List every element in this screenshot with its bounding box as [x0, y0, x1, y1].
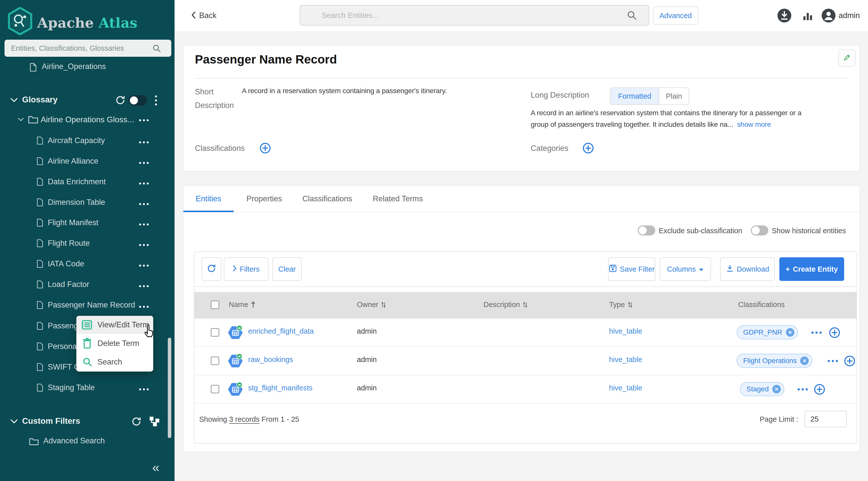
entity-name-link[interactable]: stg_flight_manifests [248, 384, 312, 392]
back-button[interactable]: Back [191, 11, 217, 20]
term-row-passenger-name-record[interactable]: Passenger Name Record [0, 300, 175, 311]
row-ellipsis-menu-icon[interactable] [827, 359, 838, 363]
page-limit-label: Page Limit : [760, 415, 798, 423]
glossary-refresh-icon[interactable] [115, 95, 126, 106]
glossary-term-category-toggle[interactable] [129, 95, 147, 106]
sidebar-item-advanced-search[interactable]: Advanced Search [29, 436, 105, 445]
row-checkbox[interactable] [211, 356, 219, 365]
entity-search-icon[interactable] [627, 10, 637, 22]
term-row[interactable]: Dimension Table [0, 197, 175, 209]
type-link[interactable]: hive_table [609, 355, 642, 364]
tab-entities[interactable]: Entities [183, 186, 234, 212]
column-header-description[interactable]: Description [484, 300, 528, 309]
apache-atlas-app: Apache Atlas Airline_Operations Glossary… [0, 0, 868, 481]
type-link[interactable]: hive_table [609, 327, 642, 335]
remove-classification-icon[interactable]: × [786, 328, 795, 336]
glossary-collapse-chevron-icon[interactable] [10, 98, 18, 103]
glossary-root-label[interactable]: Airline Operations Gloss... [41, 115, 134, 124]
save-filter-button[interactable]: Save Filter [608, 257, 655, 281]
add-classification-icon[interactable] [844, 355, 856, 368]
edit-term-button[interactable] [838, 50, 856, 67]
hierarchy-icon[interactable] [149, 416, 160, 428]
clear-filters-button[interactable]: Clear [273, 257, 302, 281]
row-checkbox[interactable] [211, 328, 219, 336]
filters-button[interactable]: Filters [224, 257, 269, 281]
create-entity-button[interactable]: + Create Entity [779, 257, 844, 281]
username-label[interactable]: admin [839, 11, 860, 20]
sidebar-collapse-icon[interactable]: « [152, 460, 159, 475]
term-row[interactable]: IATA Code [0, 259, 175, 270]
classification-pill[interactable]: Flight Operations× [737, 354, 812, 368]
remove-classification-icon[interactable]: × [772, 385, 781, 393]
term-row[interactable]: Airline Alliance [0, 156, 175, 167]
show-more-link[interactable]: show more [737, 121, 771, 128]
columns-button[interactable]: Columns [660, 257, 711, 281]
glossary-kebab-menu-icon[interactable] [155, 95, 157, 107]
topbar: Back Advanced admin [175, 0, 868, 31]
column-header-classifications: Classifications [738, 300, 785, 309]
row-ellipsis-menu-icon[interactable] [797, 387, 808, 392]
sort-icon [381, 301, 386, 308]
row-ellipsis-menu-icon[interactable] [811, 331, 822, 335]
row-checkbox[interactable] [211, 385, 219, 393]
add-category-icon[interactable] [583, 142, 594, 155]
tab-properties[interactable]: Properties [239, 186, 289, 212]
menu-item-delete-term[interactable]: Delete Term [76, 334, 153, 352]
format-toggle-formatted[interactable]: Formatted [611, 88, 659, 104]
format-toggle-plain[interactable]: Plain [659, 88, 689, 104]
term-row[interactable]: Flight Route [0, 238, 175, 249]
remove-classification-icon[interactable]: × [800, 356, 809, 365]
chevron-right-icon [233, 265, 237, 274]
exclude-sub-classification-toggle[interactable] [638, 225, 655, 235]
sort-icon [627, 301, 633, 308]
show-historical-entities-toggle[interactable] [751, 225, 768, 235]
statistics-icon[interactable] [802, 10, 813, 23]
column-header-owner[interactable]: Owner [357, 300, 386, 309]
column-header-name[interactable]: Name [229, 300, 256, 309]
classifications-label: Classifications [195, 144, 245, 153]
entity-name-link[interactable]: raw_bookings [248, 355, 293, 364]
sidebar-search-input[interactable] [4, 40, 171, 57]
import-export-icon[interactable] [777, 8, 792, 24]
page-limit-input[interactable] [804, 411, 847, 427]
user-avatar-icon[interactable] [821, 8, 836, 24]
custom-filters-chevron-icon[interactable] [10, 419, 18, 424]
column-header-type[interactable]: Type [609, 300, 633, 309]
table-header: Name Owner Description Type Classificati… [194, 292, 857, 319]
term-row[interactable]: Flight Manifest [0, 218, 175, 229]
tab-classifications[interactable]: Classifications [296, 186, 359, 212]
select-all-checkbox[interactable] [211, 300, 219, 309]
term-row[interactable]: Staging Table [0, 383, 175, 394]
advanced-search-button[interactable]: Advanced [653, 6, 698, 25]
custom-filters-refresh-icon[interactable] [131, 416, 142, 428]
hive-table-entity-icon [227, 382, 243, 398]
tab-related-terms[interactable]: Related Terms [366, 186, 430, 212]
sidebar-search-icon[interactable] [152, 44, 161, 54]
classification-pill[interactable]: GDPR_PNR× [737, 325, 798, 340]
ellipsis-menu-icon[interactable] [138, 118, 149, 123]
sidebar-scrollbar[interactable] [168, 338, 171, 438]
term-row[interactable]: Load Factor [0, 280, 175, 290]
folder-icon [28, 115, 38, 125]
add-classification-icon[interactable] [829, 327, 840, 340]
download-button[interactable]: Download [720, 257, 775, 281]
menu-item-search[interactable]: Search [76, 353, 153, 371]
add-classification-icon[interactable] [259, 142, 271, 155]
term-row[interactable]: Data Enrichment [0, 177, 175, 188]
owner-cell: admin [357, 355, 377, 364]
menu-item-view-edit-term[interactable]: View/Edit Term [76, 316, 153, 334]
sidebar: Apache Atlas Airline_Operations Glossary… [0, 0, 175, 481]
refresh-results-button[interactable] [202, 257, 221, 281]
entity-search-input[interactable] [300, 5, 649, 26]
brand-apache: Apache [37, 14, 94, 31]
entity-name-link[interactable]: enriched_flight_data [248, 327, 314, 335]
tree-item-airline-operations[interactable]: Airline_Operations [30, 62, 106, 71]
glossary-section-header[interactable]: Glossary [22, 95, 58, 104]
type-link[interactable]: hive_table [609, 384, 642, 392]
add-classification-icon[interactable] [814, 384, 825, 396]
records-count-link[interactable]: 3 records [229, 415, 259, 423]
custom-filters-header[interactable]: Custom Filters [22, 416, 80, 426]
classification-pill[interactable]: Staged× [740, 382, 784, 396]
term-row[interactable]: Aircraft Capacity [0, 135, 175, 147]
chevron-down-icon[interactable] [18, 118, 24, 122]
